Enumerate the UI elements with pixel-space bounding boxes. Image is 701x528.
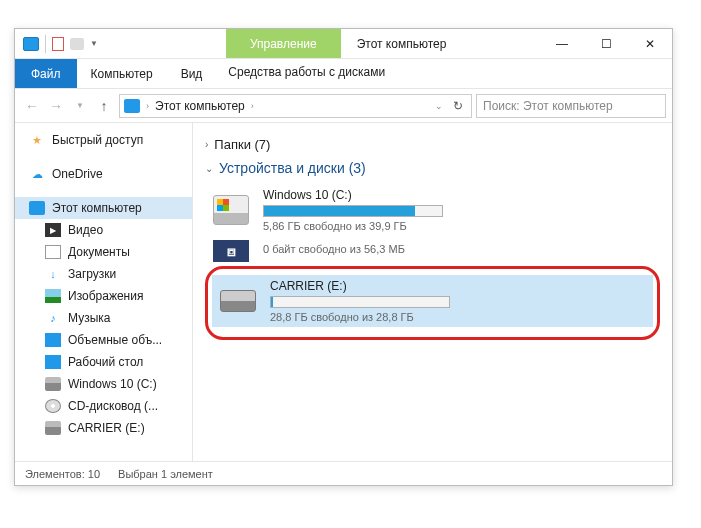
qat-dropdown-icon[interactable]: ▼ xyxy=(90,39,98,48)
sidebar-item-onedrive[interactable]: ☁ OneDrive xyxy=(15,163,192,185)
section-label: Папки (7) xyxy=(214,137,270,152)
new-folder-icon[interactable] xyxy=(70,38,84,50)
chevron-down-icon: ⌄ xyxy=(205,163,213,174)
navigation-pane: ★ Быстрый доступ ☁ OneDrive Этот компьют… xyxy=(15,123,193,461)
sidebar-item-videos[interactable]: ▶Видео xyxy=(15,219,192,241)
disc-icon xyxy=(45,399,61,413)
status-bar: Элементов: 10 Выбран 1 элемент xyxy=(15,461,672,485)
search-input[interactable]: Поиск: Этот компьютер xyxy=(476,94,666,118)
pictures-icon xyxy=(45,289,61,303)
nav-buttons: ← → ▼ ↑ xyxy=(21,95,115,117)
section-label: Устройства и диски (3) xyxy=(219,160,366,176)
drive-icon xyxy=(211,192,251,228)
drive-free-text: 28,8 ГБ свободно из 28,8 ГБ xyxy=(270,311,647,323)
refresh-icon[interactable]: ↻ xyxy=(449,99,467,113)
section-drives[interactable]: ⌄ Устройства и диски (3) xyxy=(205,160,660,176)
address-bar[interactable]: › Этот компьютер › ⌄ ↻ xyxy=(119,94,472,118)
status-selection: Выбран 1 элемент xyxy=(118,468,213,480)
sidebar-item-3d-objects[interactable]: Объемные объ... xyxy=(15,329,192,351)
navigation-bar: ← → ▼ ↑ › Этот компьютер › ⌄ ↻ Поиск: Эт… xyxy=(15,89,672,123)
drive-info: CARRIER (E:) 28,8 ГБ свободно из 28,8 ГБ xyxy=(270,279,647,323)
quick-access-toolbar: ▼ xyxy=(15,29,106,58)
drive-free-text: 0 байт свободно из 56,3 МБ xyxy=(263,243,654,255)
drive-item-c[interactable]: Windows 10 (C:) 5,86 ГБ свободно из 39,9… xyxy=(205,184,660,236)
back-button[interactable]: ← xyxy=(21,95,43,117)
chevron-down-icon[interactable]: ⌄ xyxy=(435,101,443,111)
explorer-window: ▼ Управление Этот компьютер — ☐ ✕ Файл К… xyxy=(14,28,673,486)
document-icon xyxy=(45,245,61,259)
minimize-button[interactable]: — xyxy=(540,29,584,58)
tab-view[interactable]: Вид xyxy=(167,59,217,88)
drive-info: Windows 10 (C:) 5,86 ГБ свободно из 39,9… xyxy=(263,188,654,232)
context-tab-header: Управление xyxy=(226,29,341,58)
sidebar-item-pictures[interactable]: Изображения xyxy=(15,285,192,307)
sidebar-item-label: CD-дисковод (... xyxy=(68,399,158,413)
status-item-count: Элементов: 10 xyxy=(25,468,100,480)
sidebar-item-label: OneDrive xyxy=(52,167,103,181)
window-title: Этот компьютер xyxy=(341,29,540,58)
section-folders[interactable]: › Папки (7) xyxy=(205,137,660,152)
sidebar-item-drive-d[interactable]: CD-дисковод (... xyxy=(15,395,192,417)
sidebar-item-label: Объемные объ... xyxy=(68,333,162,347)
tab-computer[interactable]: Компьютер xyxy=(77,59,167,88)
computer-icon xyxy=(23,37,39,51)
highlight-annotation: CARRIER (E:) 28,8 ГБ свободно из 28,8 ГБ xyxy=(205,266,660,340)
titlebar: ▼ Управление Этот компьютер — ☐ ✕ xyxy=(15,29,672,59)
body: ★ Быстрый доступ ☁ OneDrive Этот компьют… xyxy=(15,123,672,461)
sidebar-item-drive-c[interactable]: Windows 10 (C:) xyxy=(15,373,192,395)
sidebar-item-music[interactable]: ♪Музыка xyxy=(15,307,192,329)
up-button[interactable]: ↑ xyxy=(93,95,115,117)
sidebar-item-this-pc[interactable]: Этот компьютер xyxy=(15,197,192,219)
drive-name: Windows 10 (C:) xyxy=(263,188,654,202)
sidebar-item-quick-access[interactable]: ★ Быстрый доступ xyxy=(15,129,192,151)
computer-icon xyxy=(29,201,45,215)
close-button[interactable]: ✕ xyxy=(628,29,672,58)
star-icon: ★ xyxy=(29,133,45,147)
download-icon: ↓ xyxy=(45,267,61,281)
sidebar-item-label: Видео xyxy=(68,223,103,237)
sidebar-item-desktop[interactable]: Рабочий стол xyxy=(15,351,192,373)
sidebar-item-label: Изображения xyxy=(68,289,143,303)
sidebar-item-label: Windows 10 (C:) xyxy=(68,377,157,391)
separator xyxy=(45,35,46,53)
sidebar-item-label: Рабочий стол xyxy=(68,355,143,369)
search-placeholder: Поиск: Этот компьютер xyxy=(483,99,613,113)
drive-item-d[interactable]: ⧈ CD-дисковод (D:) VirtualBox Guest Addi… xyxy=(205,240,660,262)
chevron-right-icon[interactable]: › xyxy=(251,101,254,111)
computer-icon xyxy=(124,99,140,113)
music-icon: ♪ xyxy=(45,311,61,325)
drive-free-text: 5,86 ГБ свободно из 39,9 ГБ xyxy=(263,220,654,232)
forward-button[interactable]: → xyxy=(45,95,67,117)
sidebar-item-label: Этот компьютер xyxy=(52,201,142,215)
sidebar-item-downloads[interactable]: ↓Загрузки xyxy=(15,263,192,285)
chevron-right-icon[interactable]: › xyxy=(146,101,149,111)
drive-name: CARRIER (E:) xyxy=(270,279,647,293)
drive-item-e[interactable]: CARRIER (E:) 28,8 ГБ свободно из 28,8 ГБ xyxy=(212,275,653,327)
capacity-bar xyxy=(263,205,443,217)
sidebar-item-drive-e[interactable]: CARRIER (E:) xyxy=(15,417,192,439)
sidebar-item-label: CARRIER (E:) xyxy=(68,421,145,435)
disc-icon: ⧈ xyxy=(211,240,251,262)
capacity-bar xyxy=(270,296,450,308)
desktop-icon xyxy=(45,355,61,369)
sidebar-item-label: Музыка xyxy=(68,311,110,325)
sidebar-item-label: Загрузки xyxy=(68,267,116,281)
file-tab[interactable]: Файл xyxy=(15,59,77,88)
chevron-right-icon: › xyxy=(205,139,208,150)
history-dropdown-icon[interactable]: ▼ xyxy=(69,95,91,117)
cube-icon xyxy=(45,333,61,347)
sidebar-item-documents[interactable]: Документы xyxy=(15,241,192,263)
drive-icon xyxy=(45,377,61,391)
drive-icon xyxy=(45,421,61,435)
video-icon: ▶ xyxy=(45,223,61,237)
ribbon-tabs: Файл Компьютер Вид Средства работы с дис… xyxy=(15,59,672,89)
maximize-button[interactable]: ☐ xyxy=(584,29,628,58)
cloud-icon: ☁ xyxy=(29,167,45,181)
content-pane: › Папки (7) ⌄ Устройства и диски (3) Win… xyxy=(193,123,672,461)
window-controls: — ☐ ✕ xyxy=(540,29,672,58)
properties-icon[interactable] xyxy=(52,37,64,51)
drive-info: CD-дисковод (D:) VirtualBox Guest Additi… xyxy=(263,240,654,255)
tab-drive-tools[interactable]: Средства работы с дисками xyxy=(216,59,397,88)
breadcrumb[interactable]: Этот компьютер xyxy=(155,99,245,113)
sidebar-item-label: Быстрый доступ xyxy=(52,133,143,147)
